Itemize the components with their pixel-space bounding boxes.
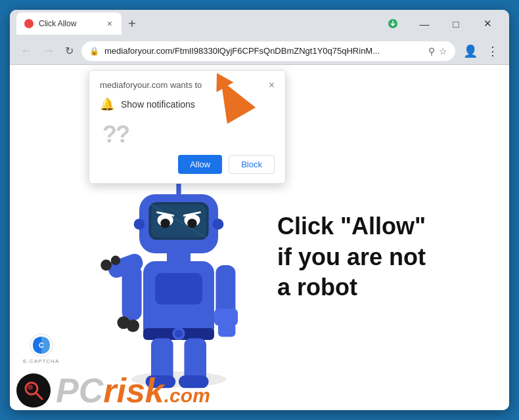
notification-popup: mediaforyour.com wants to × 🔔 Show notif… (89, 70, 286, 184)
svg-line-42 (36, 393, 42, 399)
svg-point-11 (127, 320, 139, 332)
allow-button[interactable]: Allow (178, 155, 222, 174)
ecaptcha-icon: C (30, 333, 53, 357)
bell-icon: 🔔 (100, 97, 114, 112)
block-button[interactable]: Block (229, 155, 275, 174)
pcrisk-icon (16, 373, 51, 408)
svg-point-36 (101, 260, 112, 271)
pcrisk-search-icon (22, 379, 45, 402)
pcrisk-dotcom-text: .com (164, 386, 210, 406)
main-text: Click "Allow" if you are not a robot (277, 211, 426, 303)
svg-point-33 (134, 219, 145, 230)
popup-buttons: Allow Block (100, 155, 275, 174)
ecaptcha-logo: C E-CAPTCHA (23, 333, 59, 364)
notification-label: Show notifications (121, 99, 195, 110)
page-text-block: Click "Allow" if you are not a robot (277, 211, 426, 303)
profile-icon[interactable]: 👤 (461, 43, 480, 60)
new-tab-button[interactable]: + (123, 16, 141, 32)
address-bar-input[interactable]: 🔒 mediaforyour.com/FtmlI98330lQyjF6CPFsQ… (81, 41, 455, 61)
page-content: mediaforyour.com wants to × 🔔 Show notif… (10, 65, 509, 410)
tab-bar: Click Allow × + (16, 12, 372, 35)
window-controls: — □ ✕ (378, 10, 503, 37)
svg-point-28 (187, 219, 196, 228)
svg-point-34 (213, 219, 224, 230)
svg-rect-5 (155, 273, 202, 304)
popup-close-button[interactable]: × (269, 80, 275, 91)
address-bar-icons: ⚲ ☆ (428, 46, 447, 56)
svg-point-27 (160, 219, 169, 228)
svg-point-8 (175, 329, 183, 337)
search-icon[interactable]: ⚲ (428, 46, 435, 56)
close-button[interactable]: ✕ (472, 10, 503, 37)
svg-point-37 (111, 256, 120, 265)
minimize-button[interactable]: — (409, 10, 440, 37)
title-bar: Click Allow × + — □ ✕ (10, 10, 509, 37)
active-tab[interactable]: Click Allow × (16, 12, 122, 35)
svg-rect-14 (218, 323, 235, 337)
refresh-button[interactable]: ↻ (62, 42, 76, 60)
lock-icon: 🔒 (89, 47, 99, 56)
more-options-icon[interactable]: ⋮ (484, 43, 501, 60)
pcrisk-text: PC risk .com (56, 373, 210, 408)
arrow-svg (192, 65, 267, 135)
address-text: mediaforyour.com/FtmlI98330lQyjF6CPFsQnD… (104, 46, 423, 56)
pcrisk-logo: PC risk .com (16, 373, 210, 408)
maximize-button[interactable]: □ (441, 10, 471, 37)
svg-point-41 (28, 385, 33, 390)
svg-text:C: C (39, 341, 44, 349)
pcrisk-risk-text: risk (103, 373, 164, 408)
ecaptcha-label: E-CAPTCHA (23, 358, 59, 364)
back-button[interactable]: ← (18, 41, 35, 60)
bookmark-icon[interactable]: ☆ (439, 46, 447, 56)
browser-menu-icons: 👤 ⋮ (461, 43, 501, 60)
tab-favicon (24, 19, 34, 28)
main-text-line1: Click "Allow" (277, 213, 426, 240)
arrow-pointer (204, 66, 256, 125)
forward-button[interactable]: → (40, 41, 57, 60)
tab-title: Click Allow (39, 19, 101, 28)
address-bar: ← → ↻ 🔒 mediaforyour.com/FtmlI98330lQyjF… (10, 37, 509, 65)
svg-marker-2 (202, 65, 256, 124)
main-text-line3: a robot (277, 274, 357, 301)
download-button[interactable] (378, 10, 408, 37)
main-text-line2: if you are not (277, 243, 426, 270)
tab-close-button[interactable]: × (106, 17, 114, 30)
browser-window: Click Allow × + — □ ✕ ← → ↻ 🔒 mediaforyo… (10, 10, 509, 410)
pcrisk-pc-text: PC (56, 373, 103, 408)
